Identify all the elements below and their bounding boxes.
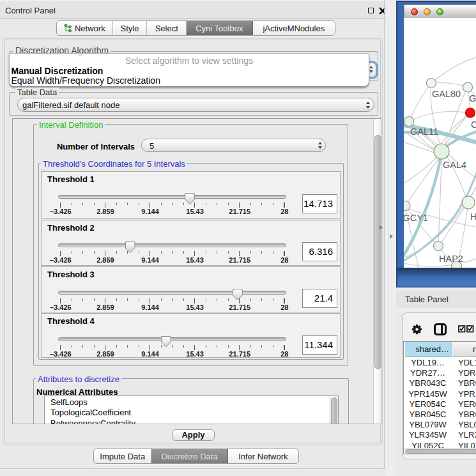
svg-text:GAL4: GAL4 <box>443 160 466 170</box>
svg-text:GAL11: GAL11 <box>410 127 438 137</box>
svg-text:GA: GA <box>469 93 476 104</box>
svg-text:CD: CD <box>471 119 476 130</box>
svg-text:HAP2: HAP2 <box>439 254 463 264</box>
svg-text:GCY1: GCY1 <box>404 213 428 223</box>
svg-text:GAL80: GAL80 <box>432 89 461 99</box>
svg-text:H: H <box>470 211 476 222</box>
